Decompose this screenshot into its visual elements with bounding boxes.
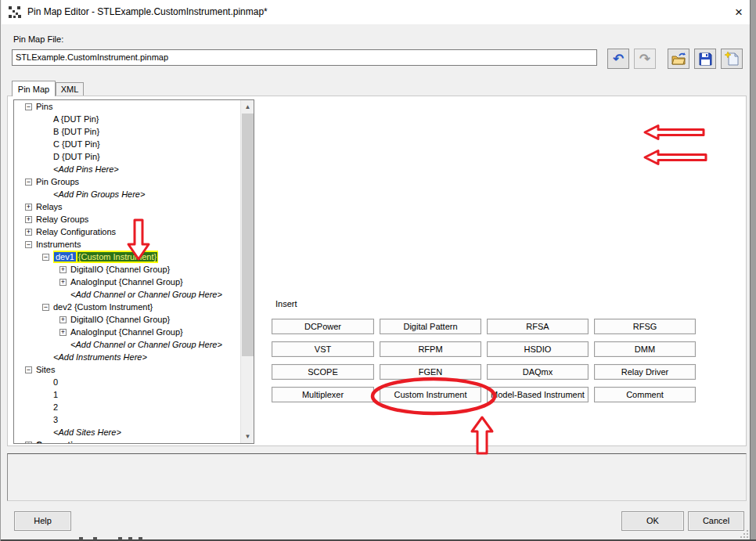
tree-item-label: <Add Sites Here> [53, 426, 121, 438]
tree-item[interactable]: −dev1{Custom Instrument} [14, 251, 240, 263]
insert-multiplexer-button[interactable]: Multiplexer [272, 387, 374, 402]
insert-hsdio-button[interactable]: HSDIO [487, 341, 589, 357]
tree-item[interactable]: −Sites [14, 363, 240, 376]
selected-node-type: {Custom Instrument} [77, 252, 157, 261]
tree-item[interactable]: <Add Channel or Channel Group Here> [14, 338, 240, 351]
tree-item[interactable]: +Relays [14, 200, 240, 213]
scroll-thumb[interactable] [242, 114, 254, 356]
tab-xml[interactable]: XML [56, 82, 84, 96]
undo-button[interactable]: ↶ [607, 49, 629, 69]
save-button[interactable] [694, 49, 716, 69]
tree-item-label: Connections [36, 438, 88, 443]
tree-item[interactable]: −Instruments [14, 238, 240, 251]
expand-icon[interactable]: + [59, 266, 67, 273]
insert-rfsa-button[interactable]: RFSA [487, 319, 589, 334]
window-title: Pin Map Editor - STLExample.CustomInstru… [27, 6, 268, 17]
tree-item[interactable]: +DigitalIO {Channel Group} [14, 313, 240, 326]
tree-item-label: dev2 {Custom Instrument} [53, 301, 153, 313]
insert-rfsg-button[interactable]: RFSG [594, 319, 696, 334]
tree-item[interactable]: B {DUT Pin} [14, 125, 240, 138]
tree-item[interactable]: +Connections [14, 438, 240, 443]
insert-daqmx-button[interactable]: DAQmx [487, 364, 589, 380]
collapse-icon[interactable]: − [25, 366, 32, 373]
insert-rfpm-button[interactable]: RFPM [380, 341, 481, 357]
collapse-icon[interactable]: − [42, 304, 49, 311]
tree-item[interactable]: 2 [14, 401, 240, 413]
tree-item-label: Relay Groups [36, 213, 88, 225]
tree-item[interactable]: +AnalogInput {Channel Group} [14, 276, 240, 288]
message-panel [7, 453, 747, 501]
tree-item-label: <Add Pins Here> [53, 163, 119, 175]
tree-item[interactable]: <Add Pin Groups Here> [14, 188, 240, 200]
cancel-button[interactable]: Cancel [688, 511, 744, 531]
tree-item-label: AnalogInput {Channel Group} [70, 326, 183, 338]
redo-button[interactable]: ↷ [634, 49, 656, 69]
tree-item[interactable]: <Add Sites Here> [14, 426, 240, 438]
tree-item[interactable]: A {DUT Pin} [14, 113, 240, 125]
tree-item-label: 0 [53, 376, 58, 388]
collapse-icon[interactable]: − [42, 254, 49, 261]
close-button[interactable]: × [729, 4, 748, 20]
ok-button[interactable]: OK [621, 511, 684, 531]
collapse-icon[interactable]: − [25, 179, 32, 186]
open-folder-icon [671, 52, 686, 66]
tree-item[interactable]: −Pin Groups [14, 175, 240, 188]
expand-icon[interactable]: + [25, 229, 32, 236]
tree-item[interactable]: −Pins [14, 100, 240, 113]
insert-digital-pattern-button[interactable]: Digital Pattern [380, 319, 481, 334]
tree-item-label: 1 [53, 388, 58, 401]
tree-item-label: D {DUT Pin} [53, 150, 100, 163]
tree-scrollbar[interactable]: ▲ ▼ [240, 100, 254, 443]
tree-item-label: Relay Configurations [36, 225, 116, 238]
insert-fgen-button[interactable]: FGEN [380, 364, 481, 380]
expand-icon[interactable]: + [25, 442, 32, 444]
selected-node-name: dev1 [54, 252, 76, 261]
insert-group-title: Insert [272, 299, 301, 308]
tree-item[interactable]: −dev2 {Custom Instrument} [14, 301, 240, 313]
redo-icon: ↷ [639, 52, 650, 66]
insert-vst-button[interactable]: VST [272, 341, 374, 357]
tab-pin-map[interactable]: Pin Map [12, 81, 56, 96]
insert-scope-button[interactable]: SCOPE [272, 364, 374, 380]
tree-body: −PinsA {DUT Pin}B {DUT Pin}C {DUT Pin}D … [14, 100, 240, 443]
scroll-up-icon[interactable]: ▲ [241, 100, 254, 114]
expand-icon[interactable]: + [25, 204, 32, 211]
help-button[interactable]: Help [14, 511, 71, 531]
tree-item[interactable]: 1 [14, 388, 240, 401]
tree-item-label: Instruments [36, 238, 81, 251]
expand-icon[interactable]: + [59, 316, 67, 323]
collapse-icon[interactable]: − [25, 241, 32, 248]
insert-custom-instrument-button[interactable]: Custom Instrument [380, 387, 481, 402]
tree-item[interactable]: D {DUT Pin} [14, 150, 240, 163]
new-file-button[interactable] [721, 49, 743, 69]
insert-dcpower-button[interactable]: DCPower [272, 319, 374, 334]
insert-relay-driver-button[interactable]: Relay Driver [594, 364, 696, 380]
open-button[interactable] [668, 49, 689, 69]
expand-icon[interactable]: + [59, 329, 67, 336]
tree-item[interactable]: +AnalogInput {Channel Group} [14, 326, 240, 338]
tree-item-label: Pins [36, 100, 52, 113]
insert-button-grid: DCPowerDigital PatternRFSARFSGVSTRFPMHSD… [272, 319, 696, 402]
save-icon [699, 52, 712, 66]
pin-map-tree: −PinsA {DUT Pin}B {DUT Pin}C {DUT Pin}D … [13, 99, 254, 444]
tree-item[interactable]: +Relay Groups [14, 213, 240, 225]
pin-map-file-input[interactable]: STLExample.CustomInstrument.pinmap [12, 49, 597, 66]
scroll-down-icon[interactable]: ▼ [241, 430, 254, 443]
tree-item[interactable]: +Relay Configurations [14, 225, 240, 238]
tree-item[interactable]: <Add Channel or Channel Group Here> [14, 288, 240, 301]
insert-model-based-instrument-button[interactable]: Model-Based Instrument [487, 387, 589, 402]
insert-comment-button[interactable]: Comment [594, 387, 696, 402]
undo-icon: ↶ [613, 52, 624, 66]
tree-item[interactable]: 3 [14, 413, 240, 426]
tree-item[interactable]: <Add Pins Here> [14, 163, 240, 175]
tree-item[interactable]: C {DUT Pin} [14, 138, 240, 150]
expand-icon[interactable]: + [25, 216, 32, 223]
collapse-icon[interactable]: − [25, 103, 32, 110]
tree-item[interactable]: 0 [14, 376, 240, 388]
tree-item-label: DigitalIO {Channel Group} [70, 313, 170, 326]
tree-item-label: Sites [36, 363, 55, 376]
tree-item[interactable]: <Add Instruments Here> [14, 351, 240, 363]
insert-dmm-button[interactable]: DMM [594, 341, 696, 357]
tree-item[interactable]: +DigitalIO {Channel Group} [14, 263, 240, 276]
expand-icon[interactable]: + [59, 279, 67, 286]
